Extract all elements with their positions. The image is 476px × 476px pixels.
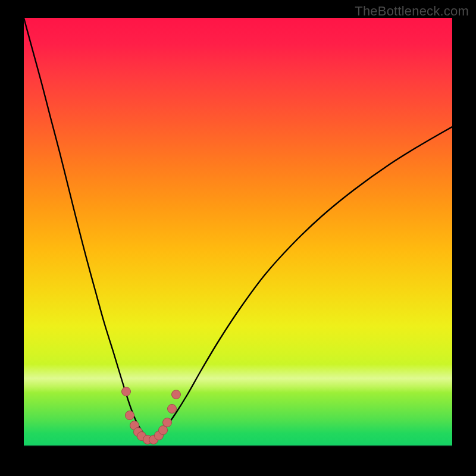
valley-marker <box>168 405 177 414</box>
valley-marker <box>126 411 134 420</box>
valley-marker <box>163 418 172 427</box>
watermark-text: TheBottleneck.com <box>355 4 469 19</box>
curves-svg <box>24 18 452 446</box>
chart-stage: TheBottleneck.com <box>0 0 476 476</box>
left-curve-path <box>24 18 150 441</box>
right-curve-path <box>150 127 452 441</box>
plot-area <box>24 18 452 446</box>
valley-markers-group <box>122 387 181 444</box>
valley-marker <box>122 387 131 396</box>
valley-marker <box>172 390 181 399</box>
